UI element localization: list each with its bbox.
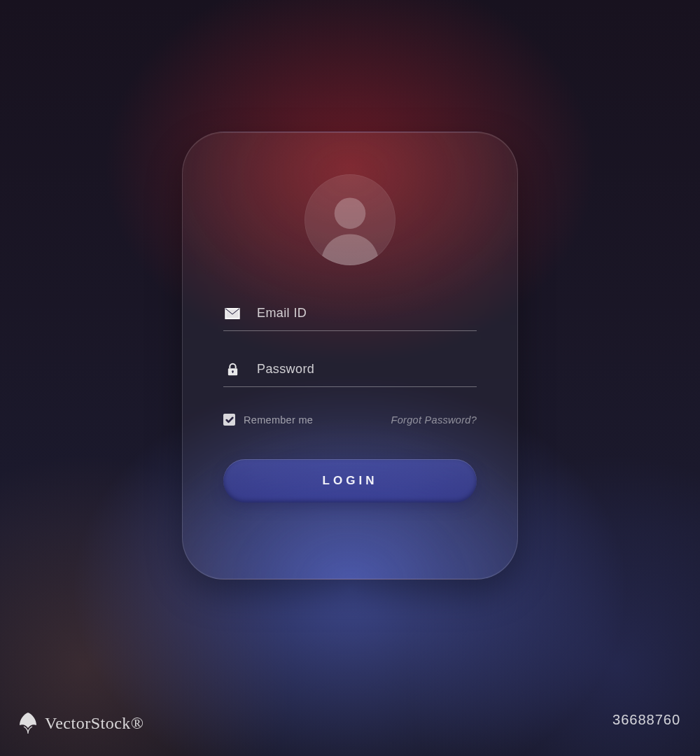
email-input[interactable]	[257, 306, 475, 321]
options-row: Remember me Forgot Password?	[223, 414, 477, 426]
remember-me-label: Remember me	[244, 414, 313, 426]
svg-rect-3	[232, 371, 232, 373]
checkbox-icon	[223, 414, 235, 426]
svg-point-0	[335, 197, 366, 229]
watermark-brand-text: VectorStock®	[45, 714, 144, 733]
watermark-id: 36688760	[612, 712, 680, 728]
user-icon	[316, 192, 384, 265]
avatar	[304, 174, 396, 265]
login-button[interactable]: LOGIN	[223, 459, 477, 503]
email-field-row	[223, 299, 477, 331]
password-field-row	[223, 355, 477, 387]
forgot-password-link[interactable]: Forgot Password?	[391, 414, 477, 426]
envelope-icon	[225, 307, 240, 320]
page-background: Remember me Forgot Password? LOGIN Vecto…	[0, 0, 700, 756]
remember-me-toggle[interactable]: Remember me	[223, 414, 313, 426]
plume-icon	[18, 711, 39, 735]
login-card: Remember me Forgot Password? LOGIN	[182, 132, 518, 580]
password-input[interactable]	[257, 362, 475, 377]
watermark-brand: VectorStock®	[18, 711, 144, 735]
lock-icon	[225, 363, 240, 376]
checkmark-icon	[225, 416, 234, 424]
